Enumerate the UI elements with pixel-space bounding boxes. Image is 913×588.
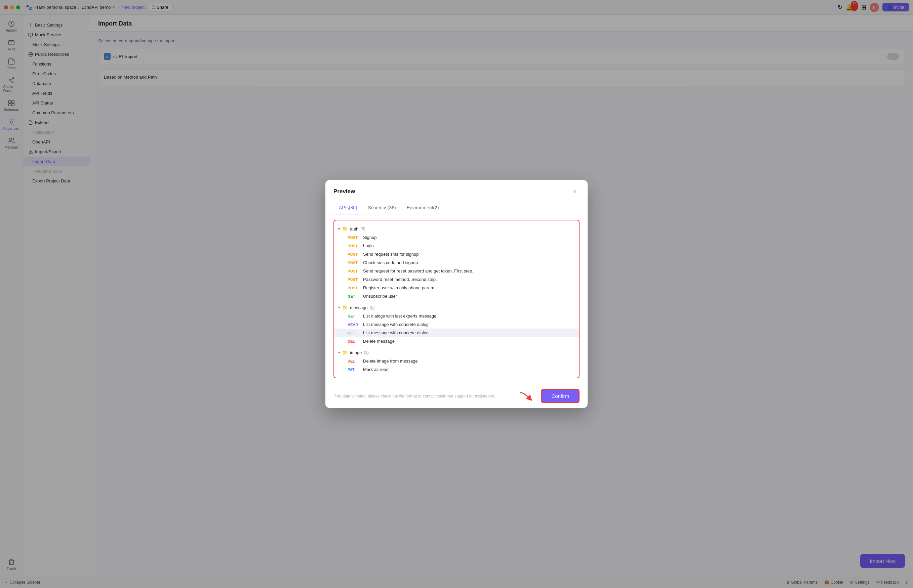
modal-body: ▾ 📁 auth (8) POST Signup POST Login P (325, 214, 588, 384)
method-badge: GET (348, 314, 360, 318)
modal-overlay[interactable]: Preview × APIs(86) Schemas(36) Environme… (0, 0, 913, 588)
list-item[interactable]: DEL Delete message (334, 337, 579, 346)
tree-group-message: ▾ 📁 message (6) GET List dialogs with la… (334, 302, 579, 347)
tree-group-image: ▾ 📁 image (1) DEL Delete image from mess… (334, 347, 579, 375)
list-item[interactable]: POST Send request for reset pasword and … (334, 267, 579, 275)
confirm-button[interactable]: Confirm (541, 389, 580, 403)
method-badge: POST (348, 278, 360, 281)
list-item[interactable]: POST Login (334, 242, 579, 250)
list-item[interactable]: PAT Mark as read (334, 365, 579, 374)
modal-footer-hint: If no data is found, please check the fi… (333, 394, 495, 399)
method-badge: DEL (348, 359, 360, 363)
chevron-down-icon: ▾ (338, 351, 340, 355)
modal-header: Preview × (325, 180, 588, 196)
list-item[interactable]: POST Password reset method. Second step. (334, 275, 579, 284)
chevron-down-icon: ▾ (338, 227, 340, 231)
method-badge: POST (348, 269, 360, 273)
chevron-down-icon: ▾ (338, 305, 340, 310)
list-item[interactable]: DEL Delete image from message (334, 357, 579, 365)
method-badge: POST (348, 252, 360, 256)
modal-title: Preview (333, 188, 355, 195)
list-item[interactable]: POST Check sms code and signup (334, 258, 579, 267)
method-badge: POST (348, 244, 360, 248)
method-badge: POST (348, 236, 360, 239)
tree-group-auth: ▾ 📁 auth (8) POST Signup POST Login P (334, 223, 579, 302)
list-item[interactable]: GET Unsubscribe user (334, 292, 579, 300)
tab-schemas[interactable]: Schemas(36) (363, 202, 401, 214)
modal-tabs: APIs(86) Schemas(36) Environment(2) (325, 202, 588, 214)
list-item[interactable]: GET List dialogs with last experts messa… (334, 312, 579, 320)
folder-icon: 📁 (342, 305, 348, 310)
list-item[interactable]: GET List message with concrete dialog (334, 329, 579, 337)
tab-environment[interactable]: Environment(2) (401, 202, 444, 214)
modal-footer: If no data is found, please check the fi… (325, 384, 588, 408)
method-badge: POST (348, 261, 360, 265)
method-badge: POST (348, 286, 360, 290)
preview-modal: Preview × APIs(86) Schemas(36) Environme… (325, 180, 588, 408)
method-badge: GET (348, 294, 360, 298)
tree-group-header-message[interactable]: ▾ 📁 message (6) (334, 303, 579, 312)
modal-close-button[interactable]: × (570, 187, 580, 196)
tree-group-header-image[interactable]: ▾ 📁 image (1) (334, 348, 579, 357)
method-badge: PAT (348, 368, 360, 372)
list-item[interactable]: HEAD List message with concrete dialog (334, 320, 579, 329)
folder-icon: 📁 (342, 350, 348, 355)
method-badge: HEAD (348, 323, 360, 326)
method-badge: DEL (348, 339, 360, 343)
list-item[interactable]: POST Signup (334, 233, 579, 242)
preview-box: ▾ 📁 auth (8) POST Signup POST Login P (333, 220, 580, 378)
arrow-indicator (517, 389, 537, 403)
list-item[interactable]: POST Send request sms for signup (334, 250, 579, 258)
method-badge: GET (348, 331, 360, 335)
folder-icon: 📁 (342, 226, 348, 231)
list-item[interactable]: POST Register user with only phone param (334, 284, 579, 292)
tree-group-header-auth[interactable]: ▾ 📁 auth (8) (334, 225, 579, 233)
tab-apis[interactable]: APIs(86) (333, 202, 363, 214)
